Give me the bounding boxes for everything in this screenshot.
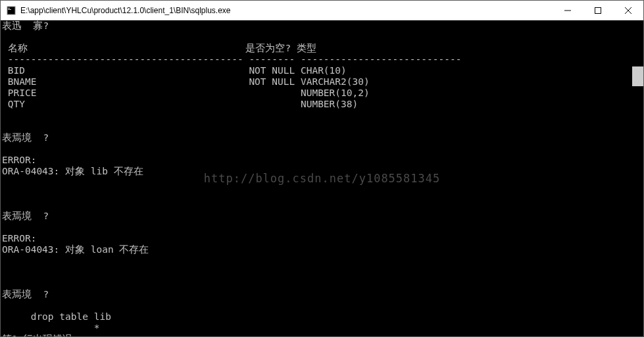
svg-rect-1 xyxy=(8,8,10,9)
scroll-thumb[interactable] xyxy=(632,66,643,86)
minimize-button[interactable] xyxy=(553,1,583,20)
window-controls xyxy=(553,1,643,20)
svg-rect-2 xyxy=(8,9,11,10)
app-window: E:\app\client\YHLCu\product\12.1.0\clien… xyxy=(0,0,644,337)
svg-rect-0 xyxy=(7,7,15,14)
svg-rect-4 xyxy=(595,7,601,13)
window-title: E:\app\client\YHLCu\product\12.1.0\clien… xyxy=(20,6,553,15)
app-icon xyxy=(6,5,16,16)
console-output: 表迅 寡? 名称 是否为空? 类型 ----------------------… xyxy=(1,20,643,336)
close-button[interactable] xyxy=(613,1,643,20)
titlebar[interactable]: E:\app\client\YHLCu\product\12.1.0\clien… xyxy=(1,1,643,20)
vertical-scrollbar[interactable] xyxy=(632,20,643,336)
console-area[interactable]: 表迅 寡? 名称 是否为空? 类型 ----------------------… xyxy=(1,20,643,336)
maximize-button[interactable] xyxy=(583,1,613,20)
